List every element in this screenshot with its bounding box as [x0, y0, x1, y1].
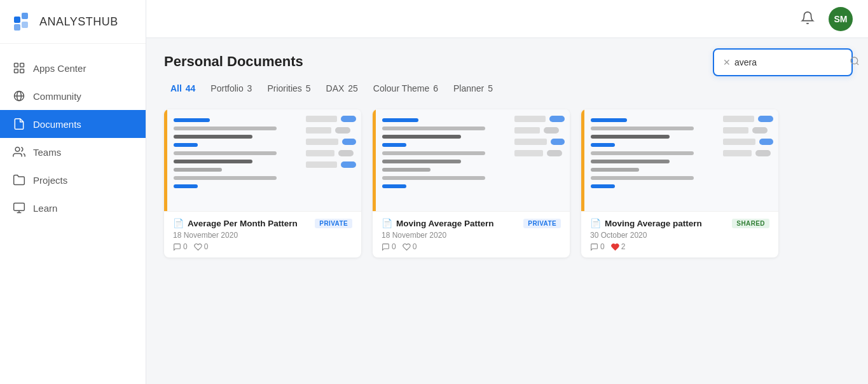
like-count: 0 [194, 242, 209, 251]
table-row[interactable]: 📄 Moving Average Pattern PRIVATE 18 Nove… [373, 109, 570, 257]
search-box-container: ✕ [713, 48, 853, 76]
tab-priorities[interactable]: Priorities 5 [261, 80, 317, 97]
notification-bell-button[interactable] [797, 7, 818, 31]
widget-toggle [551, 139, 565, 145]
preview-line [174, 160, 252, 163]
preview-line-blue2 [382, 184, 406, 188]
widget-rect [723, 139, 755, 145]
svg-rect-3 [14, 24, 20, 31]
preview-line-blue2 [591, 184, 615, 188]
svg-rect-4 [15, 64, 18, 67]
comment-count: 0 [590, 242, 605, 251]
monitor-icon [13, 202, 25, 214]
svg-rect-1 [22, 13, 28, 19]
bell-icon [801, 11, 815, 25]
avatar[interactable]: SM [829, 7, 853, 31]
file-icon [13, 118, 25, 130]
doc-icon: 📄 [173, 218, 184, 228]
preview-line [591, 168, 639, 172]
search-submit-button[interactable] [850, 56, 860, 69]
comment-icon [590, 243, 598, 251]
table-row[interactable]: 📄 Average Per Month Pattern PRIVATE 18 N… [164, 109, 361, 257]
widget-toggle [759, 139, 773, 145]
card-actions: 0 0 [173, 242, 352, 251]
preview-line-blue [591, 118, 627, 122]
widget-rect [306, 139, 338, 145]
card-footer: 📄 Moving Average pattern SHARED 30 Octob… [581, 211, 778, 257]
preview-line [591, 160, 670, 163]
preview-line [591, 135, 670, 139]
card-date: 18 November 2020 [173, 231, 352, 240]
card-name-row: 📄 Moving Average Pattern [382, 218, 494, 228]
card-meta-top: 📄 Average Per Month Pattern PRIVATE [173, 218, 352, 228]
main-content: SM Personal Documents All 44 Portfolio 3… [146, 0, 868, 384]
heart-icon [194, 243, 202, 251]
widget-row [723, 116, 773, 122]
tab-portfolio[interactable]: Portfolio 3 [204, 80, 258, 97]
preview-line-blue [382, 118, 418, 122]
widget-rect [723, 116, 754, 122]
search-clear-button[interactable]: ✕ [723, 58, 731, 67]
tab-colour-theme[interactable]: Colour Theme 6 [367, 80, 444, 97]
card-meta-top: 📄 Moving Average Pattern PRIVATE [382, 218, 561, 228]
logo-icon [13, 11, 33, 32]
sidebar-item-teams[interactable]: Teams [0, 138, 146, 166]
widget-row [723, 139, 773, 145]
widget-rect [306, 127, 331, 134]
widget-row [306, 150, 356, 156]
card-preview [581, 109, 778, 211]
logo[interactable]: ANALYSTHUB [0, 0, 146, 44]
sidebar-item-apps-center[interactable]: Apps Center [0, 54, 146, 82]
card-footer: 📄 Average Per Month Pattern PRIVATE 18 N… [164, 211, 361, 257]
status-badge: PRIVATE [523, 219, 561, 228]
card-widget-area [718, 109, 778, 211]
preview-line-blue [174, 118, 210, 122]
card-name: Moving Average Pattern [396, 219, 494, 228]
card-meta-top: 📄 Moving Average pattern SHARED [590, 218, 769, 228]
widget-toggle-off [752, 127, 768, 134]
widget-toggle-off [755, 150, 771, 156]
card-name: Average Per Month Pattern [188, 219, 298, 228]
comment-count: 0 [173, 242, 188, 251]
tab-all[interactable]: All 44 [164, 80, 202, 97]
svg-rect-2 [22, 22, 28, 28]
card-actions: 0 2 [590, 242, 769, 251]
like-count: 0 [403, 242, 417, 251]
svg-rect-7 [20, 69, 24, 73]
card-content-lines [167, 109, 301, 211]
sidebar-label-learn: Learn [33, 203, 57, 214]
content-area: Personal Documents All 44 Portfolio 3 Pr… [146, 38, 868, 384]
sidebar-item-documents[interactable]: Documents [0, 110, 146, 138]
users-icon [13, 146, 25, 158]
globe-icon [13, 90, 25, 102]
card-name-row: 📄 Moving Average pattern [590, 218, 702, 228]
filter-tabs: All 44 Portfolio 3 Priorities 5 DAX 25 C… [164, 80, 850, 97]
preview-line [382, 160, 461, 163]
logo-text: ANALYSTHUB [39, 15, 118, 29]
widget-rect [306, 150, 334, 156]
sidebar-item-projects[interactable]: Projects [0, 166, 146, 194]
preview-line-blue2 [174, 184, 198, 188]
widget-rect [514, 150, 543, 156]
tab-dax[interactable]: DAX 25 [320, 80, 364, 97]
sidebar-item-community[interactable]: Community [0, 82, 146, 110]
preview-line [382, 151, 485, 155]
sidebar-item-learn[interactable]: Learn [0, 194, 146, 222]
table-row[interactable]: 📄 Moving Average pattern SHARED 30 Octob… [581, 109, 778, 257]
search-input[interactable] [734, 57, 846, 67]
sidebar-label-apps-center: Apps Center [33, 63, 86, 74]
preview-line [382, 127, 485, 130]
grid-icon [13, 62, 25, 74]
widget-rect [723, 127, 748, 134]
preview-line-blue2 [382, 143, 406, 147]
tab-planner[interactable]: Planner 5 [447, 80, 499, 97]
preview-line-blue2 [591, 143, 615, 147]
card-date: 30 October 2020 [590, 231, 769, 240]
sidebar-label-community: Community [33, 91, 81, 102]
logo-light: HUB [93, 15, 118, 28]
card-preview [164, 109, 361, 211]
sidebar: ANALYSTHUB Apps Center Community Documen… [0, 0, 146, 384]
preview-line-blue2 [174, 143, 198, 147]
card-preview [373, 109, 570, 211]
preview-line [174, 176, 277, 180]
